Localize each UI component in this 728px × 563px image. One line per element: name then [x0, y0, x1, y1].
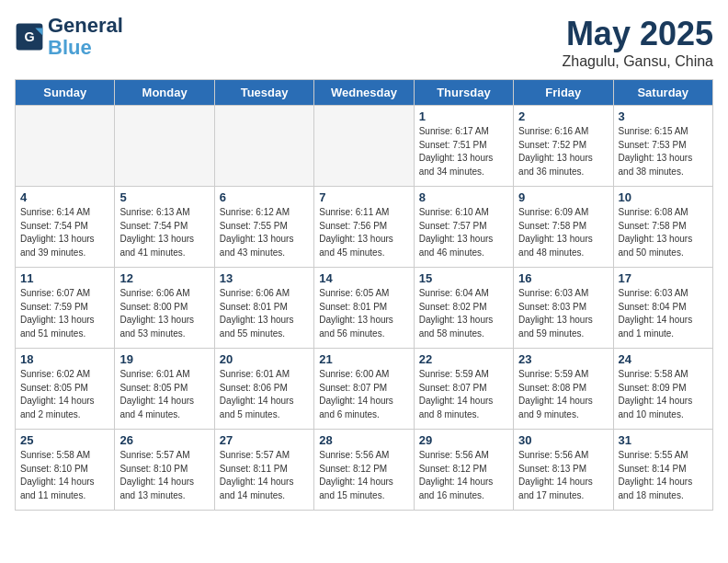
- svg-text:G: G: [24, 29, 34, 44]
- day-number: 4: [20, 190, 109, 204]
- day-number: 11: [20, 271, 109, 285]
- header-friday: Friday: [514, 80, 613, 106]
- day-number: 26: [119, 433, 209, 447]
- calendar-cell: 20Sunrise: 6:01 AMSunset: 8:06 PMDayligh…: [214, 349, 313, 430]
- calendar-cell: 27Sunrise: 5:57 AMSunset: 8:11 PMDayligh…: [214, 430, 313, 511]
- calendar-header-row: SundayMondayTuesdayWednesdayThursdayFrid…: [16, 80, 713, 106]
- day-info: Sunrise: 6:09 AMSunset: 7:58 PMDaylight:…: [518, 206, 608, 259]
- calendar-cell: 25Sunrise: 5:58 AMSunset: 8:10 PMDayligh…: [16, 430, 115, 511]
- week-row-4: 25Sunrise: 5:58 AMSunset: 8:10 PMDayligh…: [16, 430, 713, 511]
- calendar-cell: 24Sunrise: 5:58 AMSunset: 8:09 PMDayligh…: [613, 349, 712, 430]
- calendar-cell: 14Sunrise: 6:05 AMSunset: 8:01 PMDayligh…: [314, 268, 414, 349]
- day-number: 30: [518, 433, 608, 447]
- day-info: Sunrise: 6:13 AMSunset: 7:54 PMDaylight:…: [119, 206, 209, 259]
- header-wednesday: Wednesday: [314, 80, 414, 106]
- day-number: 6: [220, 190, 309, 204]
- day-info: Sunrise: 6:03 AMSunset: 8:03 PMDaylight:…: [518, 287, 608, 340]
- calendar-table: SundayMondayTuesdayWednesdayThursdayFrid…: [15, 79, 713, 511]
- header-saturday: Saturday: [613, 80, 712, 106]
- calendar-cell: 7Sunrise: 6:11 AMSunset: 7:56 PMDaylight…: [314, 187, 414, 268]
- day-info: Sunrise: 6:14 AMSunset: 7:54 PMDaylight:…: [20, 206, 109, 259]
- header-thursday: Thursday: [414, 80, 513, 106]
- calendar-cell: [314, 106, 414, 187]
- day-number: 12: [119, 271, 209, 285]
- day-number: 29: [419, 433, 508, 447]
- title-block: May 2025 Zhagulu, Gansu, China: [562, 15, 713, 70]
- day-number: 14: [319, 271, 408, 285]
- week-row-3: 18Sunrise: 6:02 AMSunset: 8:05 PMDayligh…: [16, 349, 713, 430]
- day-number: 13: [220, 271, 309, 285]
- calendar-cell: 11Sunrise: 6:07 AMSunset: 7:59 PMDayligh…: [16, 268, 115, 349]
- calendar-cell: 13Sunrise: 6:06 AMSunset: 8:01 PMDayligh…: [214, 268, 313, 349]
- calendar-cell: 9Sunrise: 6:09 AMSunset: 7:58 PMDaylight…: [514, 187, 613, 268]
- day-info: Sunrise: 5:59 AMSunset: 8:07 PMDaylight:…: [419, 368, 508, 421]
- day-info: Sunrise: 6:02 AMSunset: 8:05 PMDaylight:…: [20, 368, 109, 421]
- day-number: 28: [319, 433, 408, 447]
- calendar-cell: 6Sunrise: 6:12 AMSunset: 7:55 PMDaylight…: [214, 187, 313, 268]
- calendar-cell: 18Sunrise: 6:02 AMSunset: 8:05 PMDayligh…: [16, 349, 115, 430]
- day-number: 17: [619, 271, 708, 285]
- day-number: 5: [119, 190, 209, 204]
- day-info: Sunrise: 6:10 AMSunset: 7:57 PMDaylight:…: [419, 206, 508, 259]
- day-number: 31: [619, 433, 708, 447]
- day-number: 8: [419, 190, 508, 204]
- calendar-cell: 2Sunrise: 6:16 AMSunset: 7:52 PMDaylight…: [514, 106, 613, 187]
- day-info: Sunrise: 6:06 AMSunset: 8:01 PMDaylight:…: [220, 287, 309, 340]
- calendar-cell: 5Sunrise: 6:13 AMSunset: 7:54 PMDaylight…: [115, 187, 214, 268]
- logo-text: GeneralBlue: [48, 15, 123, 59]
- calendar-cell: [16, 106, 115, 187]
- calendar-cell: 29Sunrise: 5:56 AMSunset: 8:12 PMDayligh…: [414, 430, 513, 511]
- day-info: Sunrise: 6:06 AMSunset: 8:00 PMDaylight:…: [119, 287, 209, 340]
- calendar-cell: 4Sunrise: 6:14 AMSunset: 7:54 PMDaylight…: [16, 187, 115, 268]
- day-number: 16: [518, 271, 608, 285]
- day-info: Sunrise: 6:08 AMSunset: 7:58 PMDaylight:…: [619, 206, 708, 259]
- day-info: Sunrise: 6:12 AMSunset: 7:55 PMDaylight:…: [220, 206, 309, 259]
- day-number: 10: [619, 190, 708, 204]
- day-info: Sunrise: 6:01 AMSunset: 8:05 PMDaylight:…: [119, 368, 209, 421]
- day-info: Sunrise: 5:55 AMSunset: 8:14 PMDaylight:…: [619, 449, 708, 502]
- day-info: Sunrise: 6:11 AMSunset: 7:56 PMDaylight:…: [319, 206, 408, 259]
- day-info: Sunrise: 6:07 AMSunset: 7:59 PMDaylight:…: [20, 287, 109, 340]
- day-info: Sunrise: 6:00 AMSunset: 8:07 PMDaylight:…: [319, 368, 408, 421]
- week-row-1: 4Sunrise: 6:14 AMSunset: 7:54 PMDaylight…: [16, 187, 713, 268]
- day-info: Sunrise: 6:04 AMSunset: 8:02 PMDaylight:…: [419, 287, 508, 340]
- calendar-cell: 16Sunrise: 6:03 AMSunset: 8:03 PMDayligh…: [514, 268, 613, 349]
- week-row-0: 1Sunrise: 6:17 AMSunset: 7:51 PMDaylight…: [16, 106, 713, 187]
- location-subtitle: Zhagulu, Gansu, China: [562, 53, 713, 70]
- day-number: 3: [619, 109, 708, 123]
- day-info: Sunrise: 6:17 AMSunset: 7:51 PMDaylight:…: [419, 125, 508, 178]
- day-number: 9: [518, 190, 608, 204]
- day-info: Sunrise: 6:15 AMSunset: 7:53 PMDaylight:…: [619, 125, 708, 178]
- calendar-cell: [115, 106, 214, 187]
- day-number: 25: [20, 433, 109, 447]
- day-info: Sunrise: 6:05 AMSunset: 8:01 PMDaylight:…: [319, 287, 408, 340]
- day-number: 21: [319, 352, 408, 366]
- calendar-cell: 1Sunrise: 6:17 AMSunset: 7:51 PMDaylight…: [414, 106, 513, 187]
- day-number: 18: [20, 352, 109, 366]
- calendar-cell: 17Sunrise: 6:03 AMSunset: 8:04 PMDayligh…: [613, 268, 712, 349]
- day-info: Sunrise: 6:16 AMSunset: 7:52 PMDaylight:…: [518, 125, 608, 178]
- day-info: Sunrise: 6:03 AMSunset: 8:04 PMDaylight:…: [619, 287, 708, 340]
- day-number: 19: [119, 352, 209, 366]
- calendar-cell: 12Sunrise: 6:06 AMSunset: 8:00 PMDayligh…: [115, 268, 214, 349]
- day-info: Sunrise: 5:56 AMSunset: 8:13 PMDaylight:…: [518, 449, 608, 502]
- day-number: 23: [518, 352, 608, 366]
- calendar-cell: 22Sunrise: 5:59 AMSunset: 8:07 PMDayligh…: [414, 349, 513, 430]
- calendar-cell: 15Sunrise: 6:04 AMSunset: 8:02 PMDayligh…: [414, 268, 513, 349]
- day-number: 27: [220, 433, 309, 447]
- calendar-cell: 10Sunrise: 6:08 AMSunset: 7:58 PMDayligh…: [613, 187, 712, 268]
- header-monday: Monday: [115, 80, 214, 106]
- week-row-2: 11Sunrise: 6:07 AMSunset: 7:59 PMDayligh…: [16, 268, 713, 349]
- calendar-cell: 21Sunrise: 6:00 AMSunset: 8:07 PMDayligh…: [314, 349, 414, 430]
- logo: G GeneralBlue: [15, 15, 123, 59]
- day-info: Sunrise: 5:58 AMSunset: 8:09 PMDaylight:…: [619, 368, 708, 421]
- header-sunday: Sunday: [16, 80, 115, 106]
- calendar-cell: 3Sunrise: 6:15 AMSunset: 7:53 PMDaylight…: [613, 106, 712, 187]
- day-info: Sunrise: 5:56 AMSunset: 8:12 PMDaylight:…: [319, 449, 408, 502]
- calendar-cell: 31Sunrise: 5:55 AMSunset: 8:14 PMDayligh…: [613, 430, 712, 511]
- calendar-cell: 23Sunrise: 5:59 AMSunset: 8:08 PMDayligh…: [514, 349, 613, 430]
- day-number: 7: [319, 190, 408, 204]
- calendar-cell: 26Sunrise: 5:57 AMSunset: 8:10 PMDayligh…: [115, 430, 214, 511]
- calendar-cell: 28Sunrise: 5:56 AMSunset: 8:12 PMDayligh…: [314, 430, 414, 511]
- day-info: Sunrise: 6:01 AMSunset: 8:06 PMDaylight:…: [220, 368, 309, 421]
